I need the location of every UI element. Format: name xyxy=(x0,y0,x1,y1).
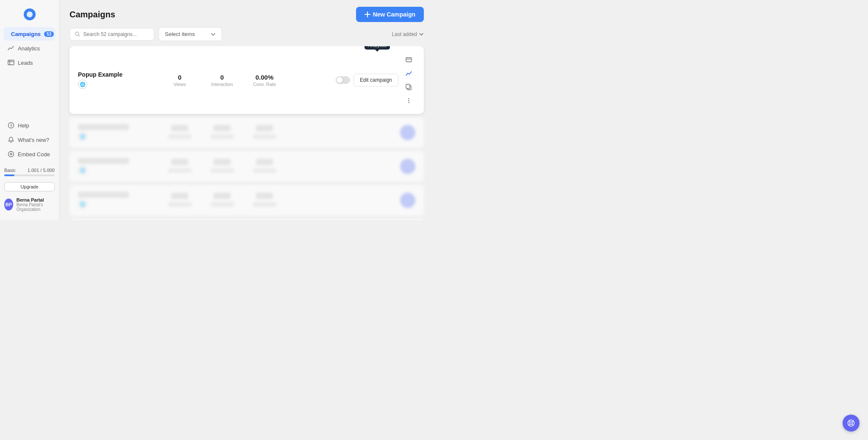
embed-icon xyxy=(8,151,14,158)
page-title: Campaigns xyxy=(70,10,115,19)
views-value: 0 xyxy=(163,74,197,81)
edit-campaign-button[interactable]: Edit campaign xyxy=(353,74,398,86)
main-header: Campaigns New Campaign xyxy=(59,0,434,27)
sidebar-whats-new-label: What's new? xyxy=(18,137,49,143)
campaign-type-icon: 🌐 xyxy=(78,199,87,209)
plan-name: Basic xyxy=(4,168,16,173)
sidebar-item-help[interactable]: ? Help xyxy=(3,119,56,132)
logo-inner xyxy=(27,11,33,17)
sidebar-item-analytics[interactable]: Analytics xyxy=(3,42,56,55)
plan-bar-bg xyxy=(4,174,55,176)
campaign-stat xyxy=(205,125,239,141)
help-icon: ? xyxy=(8,122,14,129)
svg-point-17 xyxy=(408,102,409,102)
sort-control[interactable]: Last added xyxy=(392,31,424,37)
new-campaign-button[interactable]: New Campaign xyxy=(356,7,424,22)
sidebar-item-campaigns[interactable]: Campaigns 53 xyxy=(3,27,56,41)
campaign-info: Popup Example 🌐 xyxy=(78,71,154,89)
analytics-icon xyxy=(406,70,412,77)
campaign-stat xyxy=(248,159,281,174)
ellipsis-icon xyxy=(406,97,412,104)
app-logo xyxy=(0,5,59,27)
svg-point-16 xyxy=(408,100,409,101)
campaign-type-icon: 🌐 xyxy=(78,132,87,141)
analytics-tooltip: Analytics xyxy=(364,46,390,50)
sidebar-item-leads[interactable]: Leads xyxy=(3,56,56,69)
select-items-label: Select items xyxy=(165,31,195,37)
search-icon xyxy=(75,31,80,37)
svg-line-10 xyxy=(78,35,80,36)
campaign-info: 🌐 xyxy=(78,158,154,175)
preview-button[interactable] xyxy=(402,53,415,66)
sidebar-item-embed-code[interactable]: Embed Code xyxy=(3,147,56,161)
campaign-row: 🌐 xyxy=(70,185,424,216)
campaign-type-icon: 🌐 xyxy=(78,166,87,175)
sidebar-nav: Campaigns 53 Analytics Leads xyxy=(0,27,59,71)
campaigns-badge: 53 xyxy=(44,31,54,37)
campaign-name: Popup Example xyxy=(78,71,154,78)
svg-point-6 xyxy=(10,153,12,155)
campaign-info: 🌐 xyxy=(78,124,154,141)
sidebar: Campaigns 53 Analytics Leads ? xyxy=(0,0,59,220)
user-info: Berna Partal Berna Partal's Organization xyxy=(17,197,55,212)
campaign-name xyxy=(78,124,129,130)
user-name: Berna Partal xyxy=(17,197,55,202)
conv-label: Conv. Rate xyxy=(248,82,281,87)
campaign-actions xyxy=(397,159,415,174)
user-org: Berna Partal's Organization xyxy=(17,202,55,212)
campaign-info: 🌐 xyxy=(78,192,154,209)
campaign-row: 🌐 xyxy=(70,151,424,182)
sidebar-help-label: Help xyxy=(18,122,29,129)
campaign-views-stat: 0 Views xyxy=(163,74,197,87)
plus-icon xyxy=(364,11,370,17)
upgrade-button[interactable]: Upgrade xyxy=(4,182,55,191)
campaign-name xyxy=(78,192,129,198)
avatar: BP xyxy=(4,199,13,210)
analytics-button[interactable] xyxy=(402,66,415,80)
campaign-stat xyxy=(248,125,281,141)
sidebar-campaigns-label: Campaigns xyxy=(11,31,41,37)
campaign-row: 🌐 xyxy=(70,219,424,220)
svg-point-15 xyxy=(408,98,409,99)
campaign-stat xyxy=(163,159,197,174)
plan-section: Basic 1.001 / 5.000 xyxy=(0,164,59,180)
sidebar-bottom: ? Help What's new? Embed Code xyxy=(0,115,59,164)
select-items-dropdown[interactable]: Select items xyxy=(159,27,222,41)
sidebar-item-whats-new[interactable]: What's new? xyxy=(3,133,56,147)
campaign-actions xyxy=(397,125,415,140)
campaign-stat xyxy=(205,193,239,208)
chart-icon xyxy=(8,45,14,52)
svg-text:?: ? xyxy=(10,124,13,128)
plan-usage: 1.001 / 5.000 xyxy=(28,168,55,173)
search-input[interactable] xyxy=(83,31,149,37)
campaign-actions: Edit campaign Analytics xyxy=(336,53,415,107)
campaign-stat xyxy=(163,193,197,208)
new-campaign-label: New Campaign xyxy=(373,11,415,18)
campaign-row: 🌐 xyxy=(70,117,424,148)
plan-label: Basic 1.001 / 5.000 xyxy=(4,168,55,173)
toolbar: Select items Last added xyxy=(59,27,434,46)
copy-button[interactable] xyxy=(402,80,415,94)
user-section[interactable]: BP Berna Partal Berna Partal's Organizat… xyxy=(0,194,59,215)
blurred-action xyxy=(400,125,415,140)
campaign-toggle[interactable] xyxy=(336,76,350,84)
campaign-interaction-stat: 0 Interaction xyxy=(205,74,239,87)
leads-icon xyxy=(8,59,14,66)
conv-value: 0.00% xyxy=(248,74,281,81)
sidebar-leads-label: Leads xyxy=(18,60,33,66)
sort-chevron-icon xyxy=(419,32,424,37)
main-content: Campaigns New Campaign Select items Last… xyxy=(59,0,434,220)
interaction-value: 0 xyxy=(205,74,239,81)
campaign-conv-stat: 0.00% Conv. Rate xyxy=(248,74,281,87)
actions-wrap: Analytics xyxy=(402,53,415,107)
preview-icon xyxy=(406,57,412,63)
search-box xyxy=(70,28,154,41)
sidebar-embed-label: Embed Code xyxy=(18,151,50,158)
svg-rect-0 xyxy=(8,60,14,65)
more-options-button[interactable] xyxy=(402,94,415,107)
svg-point-5 xyxy=(8,152,14,157)
campaign-name xyxy=(78,158,129,164)
campaign-actions xyxy=(397,193,415,208)
campaign-row: Popup Example 🌐 0 Views 0 Interaction 0.… xyxy=(70,46,424,114)
bell-icon xyxy=(8,136,14,143)
